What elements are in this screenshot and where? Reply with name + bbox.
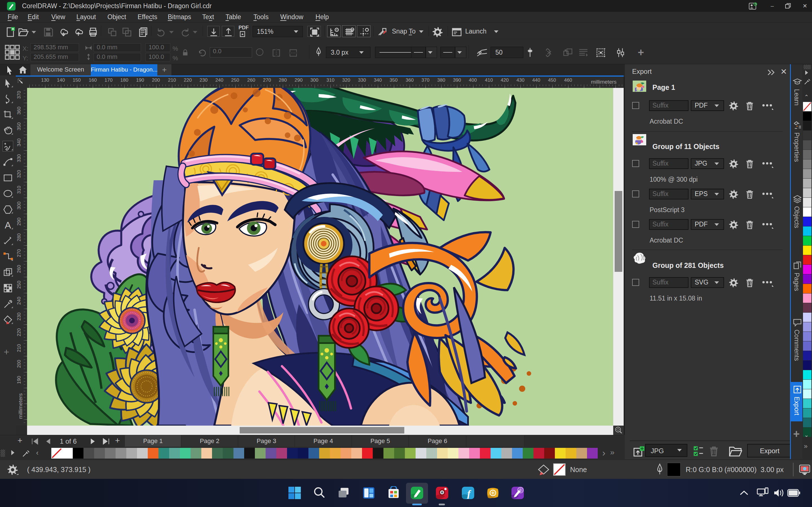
svg-text:A: A [5, 220, 11, 230]
